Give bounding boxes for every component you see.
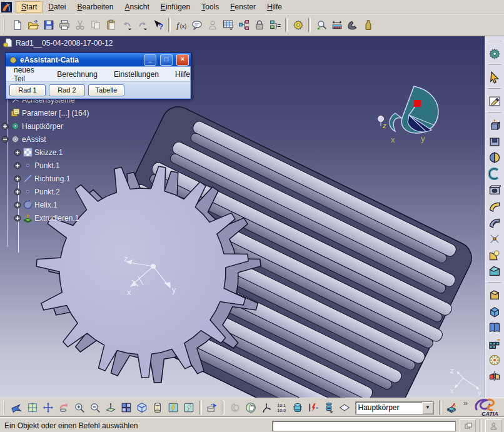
help-cursor-button[interactable]: ? <box>150 18 166 33</box>
menu-item-ansicht[interactable]: Ansicht <box>119 1 154 13</box>
tree-expander-plus[interactable] <box>14 188 21 196</box>
list-bars-button[interactable] <box>321 400 337 416</box>
active-body-selector[interactable]: Hauptkörper ▼ <box>355 401 434 414</box>
fillet-button[interactable] <box>486 247 503 263</box>
print-button[interactable] <box>56 18 72 33</box>
tree-expander-plus[interactable] <box>14 162 21 169</box>
phone-button[interactable] <box>345 18 360 33</box>
normal-view-button[interactable] <box>103 400 119 416</box>
zoom-in-button[interactable] <box>72 400 88 416</box>
3d-compass[interactable]: zxy <box>370 84 455 146</box>
shade-flat-button[interactable] <box>181 400 197 416</box>
dialog-button-tabelle[interactable]: Tabelle <box>88 84 124 96</box>
menu-item-einfgen[interactable]: Einfügen <box>155 1 196 13</box>
menu-item-start[interactable]: Start <box>16 1 43 13</box>
shell-box-button[interactable] <box>486 303 503 319</box>
tree-item-label[interactable]: Helix.1 <box>34 201 58 209</box>
rules-list-button[interactable]: }= <box>267 18 283 33</box>
cut-button[interactable] <box>72 18 88 33</box>
3d-viewport[interactable]: zxy Rad1__05-04-2008-17-00-12 Achsensyst… <box>0 36 485 398</box>
rib-button[interactable] <box>486 198 503 214</box>
tree-expander-plus[interactable] <box>1 123 9 130</box>
dialog-button-rad2[interactable]: Rad 2 <box>49 84 85 96</box>
redo-button[interactable] <box>134 18 150 33</box>
copy-button[interactable] <box>88 18 103 33</box>
plane-diamond-button[interactable] <box>337 400 353 416</box>
pattern-button[interactable] <box>486 336 503 352</box>
sketcher-button[interactable] <box>486 93 503 109</box>
dialog-menu-einstellungen[interactable]: Einstellungen <box>114 70 159 79</box>
tree-expander-plus[interactable] <box>14 175 21 183</box>
minimize-button[interactable]: _ <box>144 54 156 66</box>
user-assistance-button[interactable] <box>485 419 501 432</box>
select-cursor-button[interactable] <box>486 69 503 86</box>
toolbar-handle[interactable] <box>3 18 8 32</box>
toolbar-handle[interactable] <box>488 64 501 68</box>
tree-item-label[interactable]: Skizze.1 <box>34 148 63 157</box>
axis-triad-button[interactable] <box>259 400 275 416</box>
draft-box-button[interactable] <box>486 287 503 303</box>
tree-item-label[interactable]: eAssist <box>22 135 46 144</box>
paste-button[interactable] <box>103 18 119 33</box>
book-button[interactable] <box>486 319 503 336</box>
speech-bubble-button[interactable] <box>189 18 204 33</box>
maximize-button[interactable]: □ <box>160 54 173 66</box>
function-fx-button[interactable]: f(x) <box>173 18 189 33</box>
view-magnifier-button[interactable] <box>313 18 329 33</box>
menu-item-bearbeiten[interactable]: Bearbeiten <box>71 1 119 13</box>
close-button[interactable]: × <box>176 54 189 66</box>
bottle-button[interactable] <box>360 18 376 33</box>
toolbar-handle[interactable] <box>3 401 8 414</box>
table-grid-button[interactable] <box>220 18 236 33</box>
quad-view-button[interactable] <box>119 400 134 416</box>
command-input[interactable] <box>272 421 456 431</box>
toolbar-handle[interactable] <box>488 88 501 91</box>
new-file-button[interactable] <box>9 18 25 33</box>
precision-10-button[interactable]: 10.110.0 <box>275 400 290 416</box>
measure-bolt-button[interactable] <box>306 400 321 416</box>
tree-expander-plus[interactable] <box>14 149 21 156</box>
person-button[interactable] <box>204 18 220 33</box>
tree-item-label[interactable]: Extrudieren.1 <box>34 214 79 223</box>
chamfer-button[interactable] <box>486 263 503 279</box>
pocket-button[interactable] <box>486 133 503 149</box>
slot-button[interactable] <box>486 214 503 231</box>
menu-item-hilfe[interactable]: Hilfe <box>261 1 288 13</box>
shaft-button[interactable] <box>486 149 503 166</box>
settings-gear-button[interactable] <box>290 18 306 33</box>
workbench-gear-button[interactable] <box>486 46 503 62</box>
grab-globe-button[interactable] <box>243 400 259 416</box>
iso-view-button[interactable] <box>134 400 150 416</box>
toolbar-handle[interactable] <box>488 40 501 44</box>
cylinder-gear-button[interactable] <box>290 400 306 416</box>
menu-item-tools[interactable]: Tools <box>196 1 224 13</box>
pan-button[interactable] <box>41 400 56 416</box>
fly-mode-button[interactable] <box>9 400 25 416</box>
swirl-button[interactable] <box>228 400 243 416</box>
rotate-button[interactable] <box>56 400 72 416</box>
dialog-menu-berechnung[interactable]: Berechnung <box>57 70 98 79</box>
dialog-menu-neuesteil[interactable]: neues Teil <box>14 66 41 83</box>
pad-button[interactable] <box>486 117 503 133</box>
tree-expander-plus[interactable] <box>14 214 21 222</box>
zoom-out-button[interactable] <box>88 400 103 416</box>
dialog-toggle-button[interactable] <box>460 419 476 432</box>
open-folder-button[interactable] <box>25 18 41 33</box>
dialog-title-bar[interactable]: eAssistant-Catia _ □ × <box>6 53 191 66</box>
tree-item-label[interactable]: Richtung.1 <box>34 174 70 183</box>
undo-button[interactable] <box>119 18 134 33</box>
measure-ruler-button[interactable] <box>329 18 345 33</box>
hidden-edges-button[interactable] <box>150 400 166 416</box>
toolbar-handle[interactable] <box>488 111 501 115</box>
mirror-button[interactable] <box>486 368 503 384</box>
circular-pattern-button[interactable] <box>486 352 503 368</box>
toolbar-handle[interactable] <box>488 281 501 285</box>
export-part-button[interactable]: ? <box>444 400 460 416</box>
tree-item-label[interactable]: Punkt.1 <box>34 161 60 170</box>
tree-expander-plus[interactable] <box>14 201 21 209</box>
dialog-menu-hilfe[interactable]: Hilfe <box>175 70 190 79</box>
menu-item-fenster[interactable]: Fenster <box>224 1 261 13</box>
tree-item-label[interactable]: Parameter [...] (164) <box>22 109 89 118</box>
dialog-button-rad1[interactable]: Rad 1 <box>9 84 46 96</box>
catalog-button[interactable] <box>204 400 220 416</box>
